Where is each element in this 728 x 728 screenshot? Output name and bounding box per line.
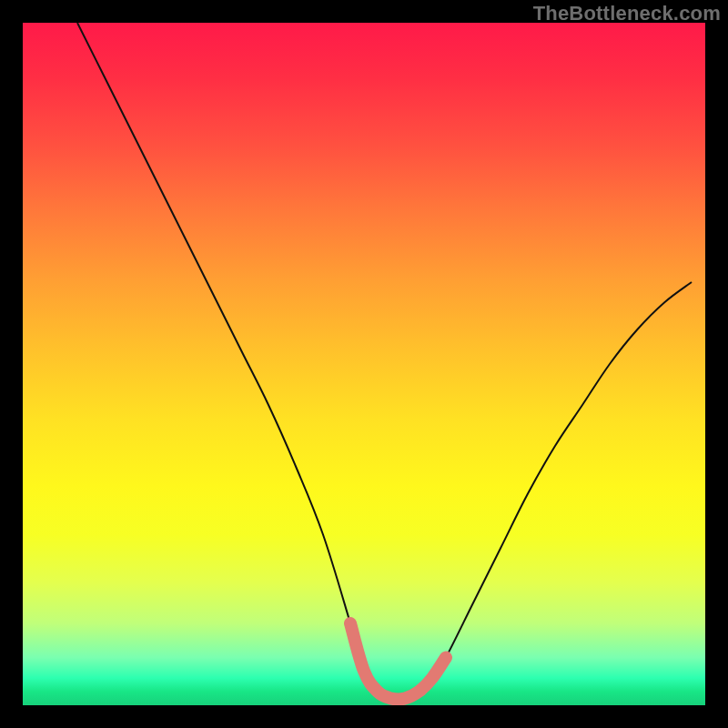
watermark-label: TheBottleneck.com — [533, 2, 721, 25]
chart-svg — [23, 23, 705, 705]
optimal-zone-highlight — [350, 623, 446, 700]
chart-container: TheBottleneck.com — [0, 0, 728, 728]
plot-area — [23, 23, 705, 705]
bottleneck-curve — [77, 23, 692, 700]
